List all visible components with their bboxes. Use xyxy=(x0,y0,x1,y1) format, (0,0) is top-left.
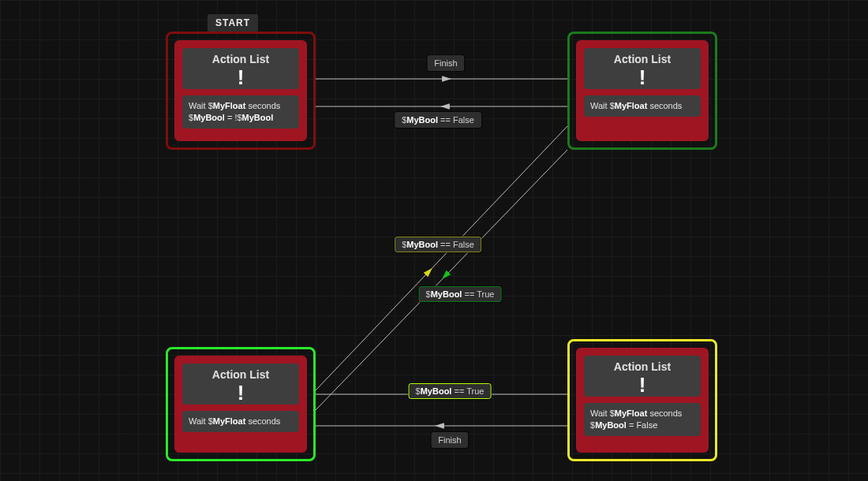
node-body: Wait $MyFloat seconds$MyBool = !$MyBool xyxy=(182,95,299,129)
node-body: Wait $MyFloat seconds xyxy=(182,411,299,432)
state-node[interactable]: Action List!Wait $MyFloat seconds$MyBool… xyxy=(166,32,316,150)
node-body-line: Wait $MyFloat seconds xyxy=(189,416,293,427)
svg-marker-6 xyxy=(442,76,451,82)
svg-marker-11 xyxy=(435,423,444,429)
svg-marker-7 xyxy=(440,103,450,110)
edge-label[interactable]: Finish xyxy=(427,55,464,71)
node-body-line: $MyBool = False xyxy=(590,419,694,431)
node-body-line: Wait $MyFloat seconds xyxy=(590,100,694,112)
start-tag: START xyxy=(208,14,258,32)
state-node[interactable]: Action List!Wait $MyFloat seconds xyxy=(567,32,717,150)
node-body: Wait $MyFloat seconds xyxy=(584,95,701,117)
node-title: Action List xyxy=(587,53,698,65)
node-body-line: $MyBool = !$MyBool xyxy=(189,112,293,124)
exclamation-icon: ! xyxy=(587,67,698,88)
node-title: Action List xyxy=(185,53,296,65)
node-body: Wait $MyFloat seconds$MyBool = False xyxy=(584,403,701,436)
edge-label[interactable]: $MyBool == False xyxy=(395,112,481,128)
exclamation-icon: ! xyxy=(185,382,296,403)
node-body-line: Wait $MyFloat seconds xyxy=(189,100,293,112)
svg-line-2 xyxy=(316,126,567,390)
edge-label[interactable]: Finish xyxy=(431,432,468,448)
exclamation-icon: ! xyxy=(185,67,296,88)
graph-canvas[interactable]: START Action List!Wait $MyFloat seconds$… xyxy=(0,0,868,481)
node-title: Action List xyxy=(587,360,698,373)
node-body-line: Wait $MyFloat seconds xyxy=(590,408,694,419)
svg-marker-8 xyxy=(424,268,432,277)
state-node[interactable]: Action List!Wait $MyFloat seconds$MyBool… xyxy=(567,339,717,461)
svg-line-3 xyxy=(316,150,567,410)
svg-marker-9 xyxy=(442,270,451,279)
edge-label[interactable]: $MyBool == False xyxy=(395,237,481,252)
node-title: Action List xyxy=(185,368,296,381)
edge-label[interactable]: $MyBool == True xyxy=(409,383,492,399)
edge-label[interactable]: $MyBool == True xyxy=(419,286,502,302)
state-node[interactable]: Action List!Wait $MyFloat seconds xyxy=(166,347,316,461)
exclamation-icon: ! xyxy=(587,375,698,395)
